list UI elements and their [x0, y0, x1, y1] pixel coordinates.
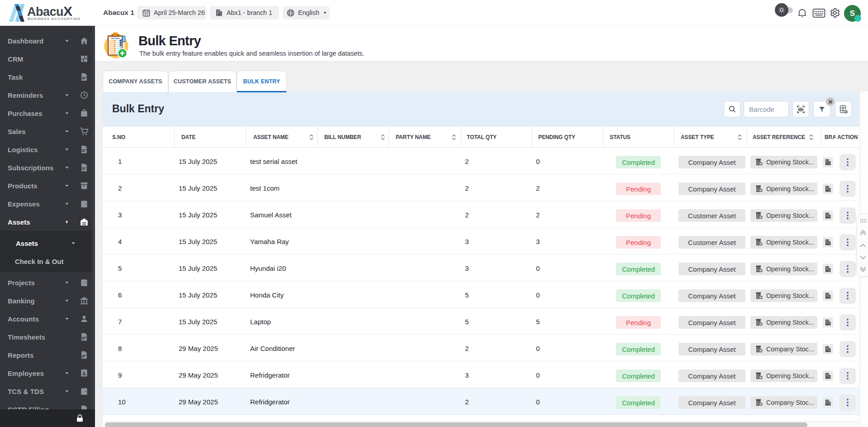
svg-text:FY: FY [145, 12, 149, 15]
